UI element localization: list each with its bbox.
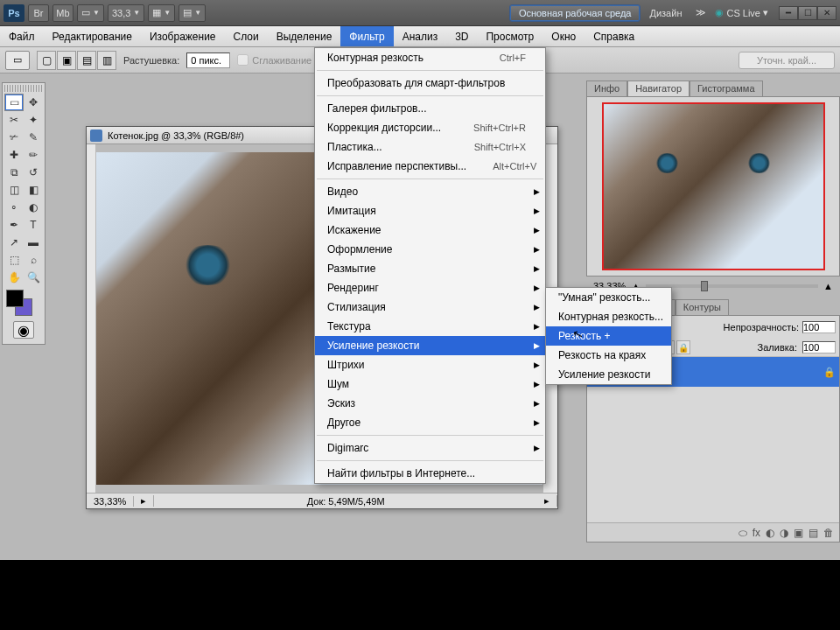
mode-intersect[interactable]: ▥: [97, 51, 116, 70]
filter-item[interactable]: Эскиз▶: [315, 394, 545, 413]
layer-tab-2[interactable]: Контуры: [676, 299, 729, 315]
filter-item[interactable]: Исправление перспективы...Alt+Ctrl+V: [315, 157, 545, 176]
history-brush-tool[interactable]: ↺: [24, 164, 43, 181]
feather-input[interactable]: [186, 52, 230, 68]
path-tool[interactable]: ↗: [4, 234, 24, 251]
menu-окно[interactable]: Окно: [542, 26, 584, 46]
filter-item[interactable]: Имитация▶: [315, 201, 545, 220]
status-right-arrow[interactable]: ▸: [537, 495, 557, 507]
lock-all-icon[interactable]: 🔒: [676, 340, 690, 354]
extras-dropdown[interactable]: ▤▼: [178, 4, 206, 22]
filter-item[interactable]: Контурная резкостьCtrl+F: [315, 48, 545, 67]
move-tool[interactable]: ✥: [24, 94, 43, 111]
filter-item[interactable]: Коррекция дисторсии...Shift+Ctrl+R: [315, 118, 545, 137]
marquee-tool[interactable]: ▭: [4, 94, 24, 111]
menu-фильтр[interactable]: Фильтр: [340, 26, 393, 46]
minibridge-button[interactable]: Mb: [52, 4, 74, 22]
type-tool[interactable]: T: [24, 216, 43, 234]
foreground-color[interactable]: [6, 290, 24, 307]
3d-tool[interactable]: ⬚: [4, 251, 24, 269]
current-tool-icon[interactable]: ▭: [5, 51, 30, 70]
filter-item[interactable]: Усиление резкости▶: [315, 336, 545, 355]
filter-item[interactable]: Оформление▶: [315, 240, 545, 259]
antialias-checkbox[interactable]: Сглаживание: [237, 54, 312, 66]
filter-item[interactable]: Стилизация▶: [315, 298, 545, 317]
filter-item[interactable]: Текстура▶: [315, 317, 545, 336]
close-button[interactable]: ✕: [817, 6, 836, 20]
zoom-dropdown[interactable]: 33,3▼: [108, 4, 144, 22]
menu-анализ[interactable]: Анализ: [394, 26, 447, 46]
color-swatches[interactable]: [4, 290, 43, 318]
ps-logo[interactable]: Ps: [4, 4, 24, 22]
nav-tab-0[interactable]: Инфо: [586, 80, 627, 96]
navigator-preview[interactable]: [602, 102, 825, 270]
sharpen-item[interactable]: "Умная" резкость...: [546, 288, 671, 307]
filter-item[interactable]: Другое▶: [315, 413, 545, 432]
zoom-tool[interactable]: 🔍: [24, 269, 43, 286]
quickmask-button[interactable]: ◉: [13, 321, 34, 339]
bridge-button[interactable]: Br: [28, 4, 49, 22]
status-docsize[interactable]: Док: 5,49M/5,49M: [154, 496, 537, 507]
filter-item[interactable]: Видео▶: [315, 182, 545, 201]
status-arrow[interactable]: ▸: [134, 495, 154, 507]
mode-new[interactable]: ▢: [37, 51, 56, 70]
mask-icon[interactable]: ◐: [766, 527, 774, 539]
nav-tab-2[interactable]: Гистограмма: [690, 80, 763, 96]
filter-item[interactable]: Преобразовать для смарт-фильтров: [315, 74, 545, 93]
screen-mode-dropdown[interactable]: ▭▼: [77, 4, 104, 22]
workspace-design[interactable]: Дизайн: [644, 8, 687, 18]
adjustment-icon[interactable]: ◑: [780, 527, 788, 539]
sharpen-item[interactable]: Резкость +: [546, 326, 671, 346]
filter-item[interactable]: Найти фильтры в Интернете...: [315, 464, 545, 483]
filter-item[interactable]: Digimarc▶: [315, 438, 545, 458]
workspace-more[interactable]: ≫: [690, 7, 711, 18]
menu-выделение[interactable]: Выделение: [268, 26, 341, 46]
pen-tool[interactable]: ✒: [4, 216, 24, 234]
fill-input[interactable]: [802, 341, 836, 354]
eyedropper-tool[interactable]: ✎: [24, 129, 43, 146]
3d-camera-tool[interactable]: ⌕: [24, 251, 43, 269]
crop-tool[interactable]: ✃: [4, 129, 24, 146]
filter-item[interactable]: Пластика...Shift+Ctrl+X: [315, 137, 545, 157]
filter-item[interactable]: Рендеринг▶: [315, 278, 545, 298]
menu-справка[interactable]: Справка: [584, 26, 643, 46]
blur-tool[interactable]: ∘: [4, 199, 24, 216]
menu-просмотр[interactable]: Просмотр: [477, 26, 542, 46]
eraser-tool[interactable]: ◫: [4, 181, 24, 199]
zoom-slider-thumb[interactable]: [701, 281, 708, 291]
filter-item[interactable]: Галерея фильтров...: [315, 99, 545, 118]
hand-tool[interactable]: ✋: [4, 269, 24, 286]
workspace-primary[interactable]: Основная рабочая среда: [509, 4, 641, 22]
cslive-button[interactable]: CS Live ▾: [715, 7, 768, 18]
brush-tool[interactable]: ✏: [24, 146, 43, 164]
menu-3d[interactable]: 3D: [446, 26, 477, 46]
filter-item[interactable]: Размытие▶: [315, 259, 545, 278]
wand-tool[interactable]: ✦: [24, 111, 43, 129]
sharpen-item[interactable]: Контурная резкость...: [546, 307, 671, 326]
refine-edge-button[interactable]: Уточн. край...: [738, 52, 835, 69]
mode-add[interactable]: ▣: [57, 51, 76, 70]
minimize-button[interactable]: ━: [779, 6, 798, 20]
delete-layer-icon[interactable]: 🗑: [823, 527, 834, 539]
new-layer-icon[interactable]: ▤: [808, 527, 818, 539]
nav-tab-1[interactable]: Навигатор: [627, 80, 690, 96]
lasso-tool[interactable]: ✂: [4, 111, 24, 129]
filter-item[interactable]: Штрихи▶: [315, 355, 545, 374]
palette-grip[interactable]: [4, 85, 43, 92]
arrange-dropdown[interactable]: ▦▼: [148, 4, 175, 22]
menu-редактирование[interactable]: Редактирование: [44, 26, 141, 46]
opacity-input[interactable]: [802, 321, 836, 333]
sharpen-item[interactable]: Усиление резкости: [546, 365, 671, 384]
menu-слои[interactable]: Слои: [225, 26, 268, 46]
maximize-button[interactable]: ☐: [798, 6, 817, 20]
group-icon[interactable]: ▣: [794, 527, 803, 539]
stamp-tool[interactable]: ⧉: [4, 164, 24, 181]
shape-tool[interactable]: ▬: [24, 234, 43, 251]
menu-файл[interactable]: Файл: [0, 26, 44, 46]
sharpen-item[interactable]: Резкость на краях: [546, 346, 671, 365]
filter-item[interactable]: Шум▶: [315, 374, 545, 394]
status-zoom[interactable]: 33,33%: [87, 496, 134, 507]
menu-изображение[interactable]: Изображение: [141, 26, 225, 46]
filter-item[interactable]: Искажение▶: [315, 220, 545, 240]
zoom-in-icon[interactable]: ▲: [823, 281, 833, 291]
